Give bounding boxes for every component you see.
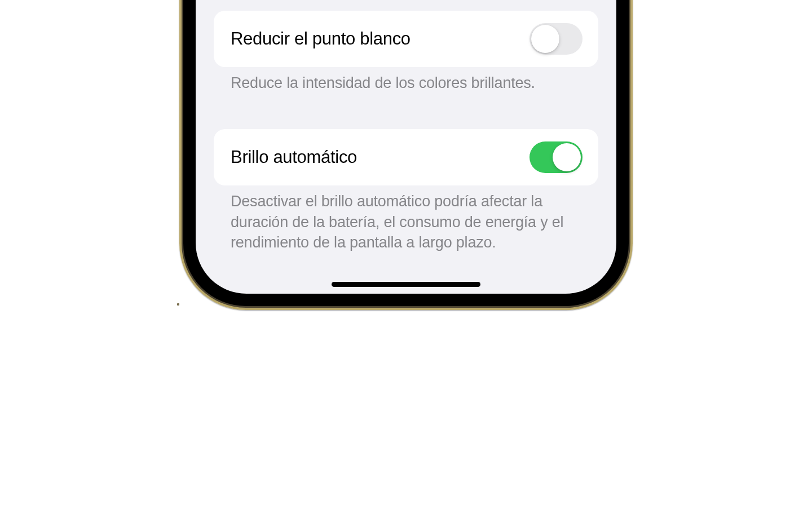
auto-brightness-description: Desactivar el brillo automático podría a…: [214, 185, 598, 253]
auto-brightness-group: Brillo automático Desactivar el brillo a…: [214, 129, 598, 253]
auto-brightness-row[interactable]: Brillo automático: [214, 129, 598, 185]
home-indicator[interactable]: [332, 282, 480, 287]
reduce-white-point-description: Reduce la intensidad de los colores bril…: [214, 67, 598, 93]
auto-brightness-label: Brillo automático: [231, 147, 357, 167]
toggle-knob-icon: [531, 25, 559, 53]
phone-device-frame: Reducir el punto blanco Reduce la intens…: [179, 0, 633, 310]
auto-brightness-toggle[interactable]: [529, 141, 582, 173]
reduce-white-point-row[interactable]: Reducir el punto blanco: [214, 11, 598, 67]
phone-screen: Reducir el punto blanco Reduce la intens…: [196, 0, 616, 294]
reduce-white-point-group: Reducir el punto blanco Reduce la intens…: [214, 11, 598, 93]
phone-mid-bezel: Reducir el punto blanco Reduce la intens…: [182, 0, 630, 308]
phone-inner-bezel: Reducir el punto blanco Reduce la intens…: [183, 0, 629, 306]
group-spacer: [214, 110, 598, 129]
reduce-white-point-toggle[interactable]: [529, 23, 582, 55]
toggle-knob-icon: [553, 143, 581, 171]
settings-screen-content: Reducir el punto blanco Reduce la intens…: [196, 11, 616, 270]
frame-join-notch: [177, 303, 179, 306]
reduce-white-point-label: Reducir el punto blanco: [231, 29, 411, 49]
phone-outer-bezel: Reducir el punto blanco Reduce la intens…: [179, 0, 633, 310]
